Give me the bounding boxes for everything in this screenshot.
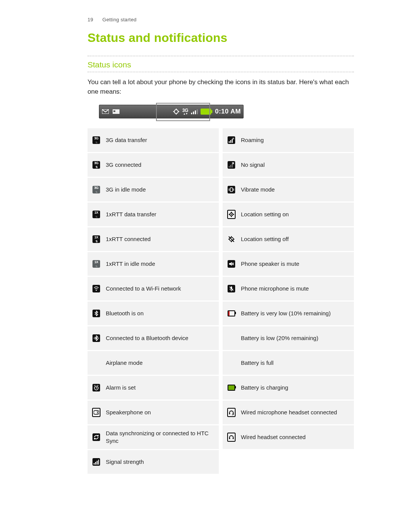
icon-slot [92,408,100,417]
table-row: RRoaming [223,128,354,152]
svg-rect-4 [191,113,192,114]
row-label: Wired microphone headset connected [241,409,337,416]
row-label: 3G in idle mode [106,186,146,193]
row-label: 1xRTT connected [106,235,151,243]
gps-icon [172,109,180,115]
table-row: Phone microphone is mute [223,277,354,300]
icon-slot: 1X↑↓ [92,260,100,268]
table-row: 1X⇅1xRTT connected [88,227,219,251]
icon-slot [227,359,236,367]
row-label: Battery is charging [241,384,288,391]
table-row: 3G↑↓3G in idle mode [88,178,219,201]
icon-slot [92,309,100,318]
row-label: Bluetooth is on [106,310,143,317]
signal-icon [92,458,100,466]
icon-slot: 1X↑↓ [92,210,100,219]
battery-charging-icon [228,384,235,391]
table-row: Connected to a Wi-Fi network [88,277,219,300]
svg-rect-15 [98,460,99,465]
3g-transfer-icon: 3G↑↓ [92,136,100,144]
table-row: Wired microphone headset connected [223,401,354,424]
wifi-icon [92,285,100,292]
row-label: No signal [241,161,265,169]
svg-rect-31 [233,438,234,439]
svg-rect-12 [94,463,95,465]
svg-rect-6 [195,110,196,114]
mic-mute-icon [228,285,235,292]
svg-point-25 [231,214,232,215]
icon-slot [227,260,236,268]
battery-full-icon [228,359,235,367]
roaming-icon: R [228,136,235,144]
row-label: Wired headset connected [241,433,306,441]
battery-low-icon [228,334,235,342]
speaker-mute-icon [228,260,235,268]
row-label: Speakerphone on [106,409,151,416]
icon-slot: 3G↑↓ [92,185,100,194]
row-label: Airplane mode [106,359,143,367]
icon-slot [227,408,236,417]
svg-rect-2 [113,110,115,112]
icon-slot: R [227,136,236,144]
1x-transfer-icon: 1X↑↓ [92,211,100,218]
table-row: Battery is full [223,351,354,375]
table-row: Speakerphone on [88,401,219,424]
network-3g-icon: 3G▲▼ [182,108,188,115]
bluetooth-icon [92,310,100,317]
icon-slot: 3G⇅ [92,161,100,169]
svg-rect-7 [197,109,198,114]
divider [88,72,354,72]
table-row: Location setting off [223,227,354,251]
icon-slot [92,383,100,392]
svg-point-3 [174,110,178,113]
statusbar-figure: 3G▲▼ 0:10 AM [99,105,244,118]
header-section: Getting started [102,17,137,22]
table-row: Bluetooth is on [88,302,219,325]
page-title: Status and notifications [88,31,354,45]
row-label: 1xRTT in idle mode [106,260,155,268]
row-label: Alarm is set [106,384,135,391]
table-row: 3G⇅3G connected [88,153,219,177]
row-label: Battery is very low (10% remaining) [241,310,331,317]
icon-slot [92,433,100,441]
bluetooth-connected-icon [92,334,100,342]
svg-rect-30 [229,438,230,439]
row-label: 3G data transfer [106,136,147,144]
icon-slot [92,458,100,466]
row-label: Battery is full [241,359,274,367]
table-row: Battery is low (20% remaining) [223,326,354,350]
table-row: 1X↑↓1xRTT data transfer [88,203,219,226]
icon-slot [92,359,100,367]
row-label: Phone microphone is mute [241,285,309,292]
svg-rect-16 [229,141,230,143]
table-row: Location setting on [223,203,354,226]
svg-rect-13 [95,462,96,465]
section-title: Status icons [88,60,354,69]
1x-connected-icon: 1X⇅ [92,235,100,243]
table-row: Vibrate mode [223,178,354,201]
divider [88,56,354,56]
3g-connected-icon: 3G⇅ [92,161,100,169]
running-header: 19 Getting started [88,17,354,22]
battery-icon [201,109,211,115]
icon-slot [227,284,236,293]
wired-mic-headset-icon [227,408,236,417]
airplane-icon [92,359,100,367]
table-row: Wired headset connected [223,425,354,449]
svg-rect-21 [230,165,231,168]
alarm-icon [92,384,100,391]
row-label: Vibrate mode [241,186,275,193]
intro-text: You can tell a lot about your phone by c… [88,78,354,96]
status-icons-table: 3G↑↓3G data transfer3G⇅3G connected3G↑↓3… [88,128,354,475]
clock-text: 0:10 AM [215,108,241,115]
table-row: Data synchronizing or connected to HTC S… [88,425,219,449]
svg-rect-29 [233,413,234,414]
svg-text:R: R [233,137,234,140]
icon-slot: 1X⇅ [92,235,100,243]
table-row: 3G↑↓3G data transfer [88,128,219,152]
table-row: Airplane mode [88,351,219,375]
1x-idle-icon: 1X↑↓ [92,260,100,268]
card-icon [112,109,120,115]
signal-bars-icon [191,109,198,115]
table-row: Phone speaker is mute [223,252,354,276]
